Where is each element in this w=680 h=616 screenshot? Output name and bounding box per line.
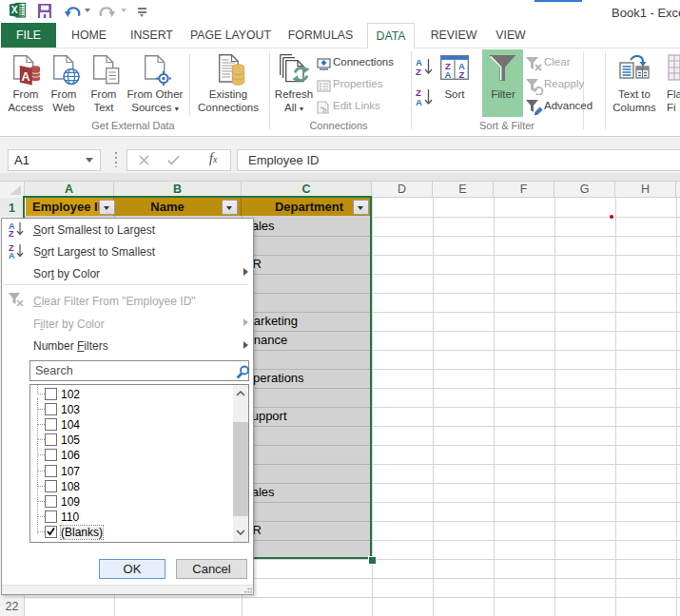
svg-text:X: X bbox=[11, 4, 18, 15]
svg-text:A: A bbox=[9, 251, 15, 260]
svg-text:Z: Z bbox=[9, 229, 14, 238]
svg-text:Z: Z bbox=[459, 69, 465, 80]
svg-text:A: A bbox=[445, 69, 452, 80]
svg-text:Z: Z bbox=[416, 67, 421, 77]
svg-text:A: A bbox=[416, 97, 422, 107]
svg-text:A: A bbox=[21, 70, 29, 84]
